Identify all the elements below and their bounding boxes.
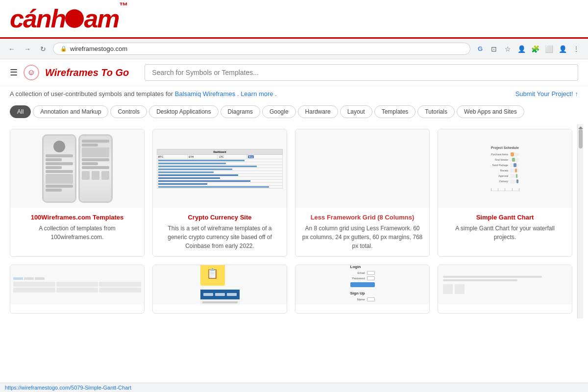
card-less-grid[interactable]: Less Framework Grid (8 Columns) An 8 col… <box>295 129 430 257</box>
user2-icon[interactable]: 👤 <box>557 43 568 55</box>
filter-tab-tutorials[interactable]: Tutorials <box>417 105 455 118</box>
card-image-crypto: Dashboard BTC ETH LTC Buy <box>153 129 287 208</box>
card-image-phones <box>10 129 144 208</box>
card-desc-gantt: A simple Gantt Chart for your waterfall … <box>444 224 566 242</box>
refresh-button[interactable]: ↻ <box>37 43 49 55</box>
learn-more-link[interactable]: Learn more <box>241 90 273 98</box>
subtitle-suffix: . <box>275 90 277 98</box>
logo-text: cánh <box>10 6 65 31</box>
balsamiq-link[interactable]: Balsamiq Wireframes <box>175 90 236 98</box>
gantt-label-4: Review <box>491 169 508 172</box>
google-icon[interactable]: G <box>474 43 486 55</box>
card-image-sticky: 📋 <box>153 265 287 304</box>
main-content: 100Wireframes.com Templates A collection… <box>0 124 588 318</box>
gantt-label-5: Approval <box>491 174 508 177</box>
card-title-100wireframes[interactable]: 100Wireframes.com Templates <box>16 214 138 221</box>
login-pass-input <box>367 276 375 280</box>
card-image-login: Login Email Password Sign Up <box>295 265 429 304</box>
filter-tab-all[interactable]: All <box>10 105 31 118</box>
signup-name-label: Name <box>350 298 365 301</box>
browser-actions: G ⊡ ☆ 👤 🧩 ⬜ 👤 ⋮ <box>474 43 582 55</box>
site-title[interactable]: Wireframes To Go <box>45 67 129 78</box>
card-image-grid <box>295 129 429 208</box>
filter-tabs: All Annotation and Markup Controls Deskt… <box>0 101 588 124</box>
gantt-label-6: Delivery <box>491 180 508 183</box>
app-header: ☰ ☺ Wireframes To Go <box>0 59 588 86</box>
card-wf-small[interactable] <box>10 265 145 314</box>
cards-grid: 100Wireframes.com Templates A collection… <box>5 124 577 318</box>
hamburger-icon[interactable]: ☰ <box>10 67 18 78</box>
login-email-label: Email <box>350 271 365 274</box>
upload-icon: ↑ <box>575 90 579 98</box>
cast-icon[interactable]: ⊡ <box>488 43 500 55</box>
card-body-100wireframes: 100Wireframes.com Templates A collection… <box>10 208 144 247</box>
filter-tab-annotation[interactable]: Annotation and Markup <box>33 105 108 118</box>
filter-tab-diagrams[interactable]: Diagrams <box>220 105 260 118</box>
card-title-grid[interactable]: Less Framework Grid (8 Columns) <box>301 214 423 221</box>
login-title: Login <box>350 265 375 269</box>
card-image-gantt: Project Schedule Purchase Items Find Ven… <box>438 129 572 208</box>
card-image-wf-small <box>10 265 144 304</box>
card-100wireframes[interactable]: 100Wireframes.com Templates A collection… <box>10 129 145 257</box>
lock-icon: 🔒 <box>60 46 67 52</box>
login-pass-label: Password <box>350 277 365 280</box>
card-image-empty <box>438 265 572 304</box>
logo-circle <box>65 9 84 28</box>
card-empty[interactable] <box>438 265 572 314</box>
card-sticky[interactable]: 📋 <box>152 265 287 314</box>
login-email-input <box>367 271 375 275</box>
subtitle-prefix: A collection of user-contributed symbols… <box>10 90 175 98</box>
subtitle-bar: A collection of user-contributed symbols… <box>0 86 588 101</box>
card-body-crypto: Crypto Currency Site This is a set of wi… <box>153 208 287 256</box>
forward-button[interactable]: → <box>22 43 33 55</box>
login-btn <box>350 282 375 287</box>
filter-tab-webapps[interactable]: Web Apps and Sites <box>457 105 524 118</box>
filter-tab-templates[interactable]: Templates <box>374 105 416 118</box>
signup-section: Sign Up Name <box>350 291 375 301</box>
card-desc-grid: An 8 column grid using Less Framework. 6… <box>301 224 423 250</box>
site-logo-icon: ☺ <box>24 65 39 80</box>
search-input[interactable] <box>145 64 578 81</box>
extensions-icon[interactable]: 🧩 <box>529 43 541 55</box>
card-login[interactable]: Login Email Password Sign Up <box>295 265 430 314</box>
card-body-gantt: Simple Gantt Chart A simple Gantt Chart … <box>438 208 572 247</box>
browser-bar: ← → ↻ 🔒 wireframestogo.com G ⊡ ☆ 👤 🧩 ⬜ 👤… <box>0 39 588 59</box>
filter-tab-google[interactable]: Google <box>262 105 296 118</box>
card-desc-crypto: This is a set of wireframe templates of … <box>159 224 281 250</box>
signup-name-input <box>367 297 375 301</box>
menu-icon[interactable]: ⋮ <box>570 43 582 55</box>
top-banner: cánh am™ <box>0 0 588 39</box>
phone-left <box>42 134 76 203</box>
card-title-crypto[interactable]: Crypto Currency Site <box>159 214 281 221</box>
scrollbar-thumb[interactable] <box>579 129 583 148</box>
card-gantt[interactable]: Project Schedule Purchase Items Find Ven… <box>438 129 572 257</box>
filter-tab-hardware[interactable]: Hardware <box>298 105 338 118</box>
window-icon[interactable]: ⬜ <box>543 43 555 55</box>
filter-tab-controls[interactable]: Controls <box>110 105 147 118</box>
filter-tab-desktop[interactable]: Desktop Applications <box>149 105 218 118</box>
gantt-label-3: Send Package <box>491 164 508 167</box>
gantt-label-2: Find Vendor <box>491 158 508 161</box>
phone-right <box>78 134 113 203</box>
card-body-grid: Less Framework Grid (8 Columns) An 8 col… <box>295 208 429 256</box>
card-title-gantt[interactable]: Simple Gantt Chart <box>444 214 566 221</box>
filter-tab-layout[interactable]: Layout <box>340 105 372 118</box>
sticky-note-icon: 📋 <box>200 265 225 286</box>
url-text: wireframestogo.com <box>70 45 127 52</box>
logo-text-2: am™ <box>84 6 126 31</box>
card-desc-100wireframes: A collection of templates from 100wirefr… <box>16 224 138 242</box>
star-icon[interactable]: ☆ <box>502 43 514 55</box>
login-section: Login Email Password <box>350 265 375 287</box>
gantt-label-1: Purchase Items <box>491 153 508 156</box>
submit-project-link[interactable]: Submit Your Project! ↑ <box>515 90 578 98</box>
back-button[interactable]: ← <box>6 43 18 55</box>
subtitle-text: A collection of user-contributed symbols… <box>10 90 277 98</box>
address-bar[interactable]: 🔒 wireframestogo.com <box>53 43 470 55</box>
signup-title: Sign Up <box>350 291 375 295</box>
account-icon[interactable]: 👤 <box>515 43 527 55</box>
card-crypto[interactable]: Dashboard BTC ETH LTC Buy <box>152 129 287 257</box>
scrollbar-track[interactable] <box>577 124 583 318</box>
